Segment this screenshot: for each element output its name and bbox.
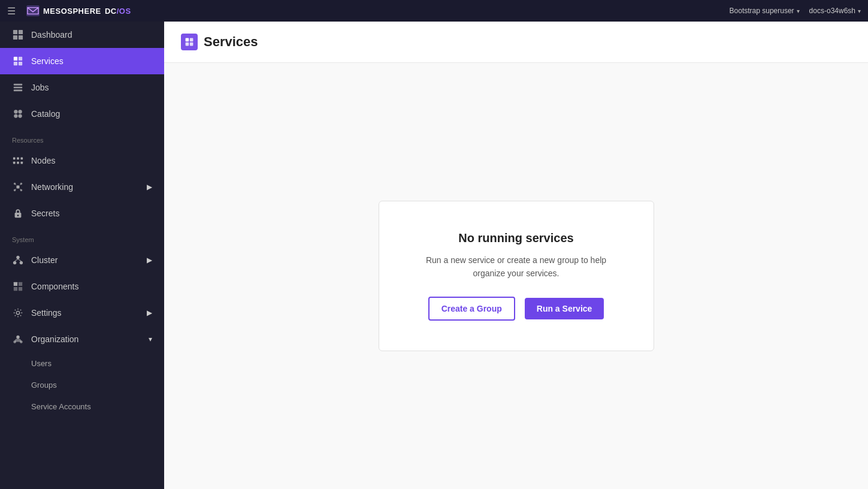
logo-icon [26,5,40,16]
cluster-arrow: ▶ [147,256,152,264]
sidebar-item-secrets[interactable]: Secrets [0,200,164,227]
main-content: Services No running services Run a new s… [164,22,868,489]
svg-point-13 [18,110,22,113]
sidebar-catalog-label: Catalog [31,109,60,119]
sidebar-item-settings[interactable]: Settings ▶ [0,300,164,326]
svg-rect-40 [14,287,17,291]
sidebar-item-cluster[interactable]: Cluster ▶ [0,247,164,273]
svg-point-32 [17,215,19,216]
networking-icon [12,181,24,193]
groups-sub-label: Groups [31,381,57,390]
topbar-left: ☰ MESOSPHERE DC/OS [7,5,131,17]
sidebar: Dashboard Services Jobs Catalog Resource… [0,22,164,489]
svg-point-15 [18,114,22,117]
empty-state-actions: Create a Group Run a Service [415,297,618,321]
svg-rect-9 [14,84,22,86]
sidebar-settings-label: Settings [31,308,62,318]
empty-state-card: No running services Run a new service or… [379,201,654,352]
sidebar-item-services[interactable]: Services [0,48,164,74]
svg-rect-48 [186,43,189,46]
user-caret: ▾ [797,8,800,14]
svg-rect-3 [13,35,17,40]
sidebar-secrets-label: Secrets [31,209,59,218]
sidebar-item-networking[interactable]: Networking ▶ [0,174,164,200]
empty-state-heading: No running services [415,231,618,245]
components-icon [12,280,24,292]
services-header-icon [181,34,198,50]
sidebar-dashboard-label: Dashboard [31,30,72,40]
brand-logo: MESOSPHERE DC/OS [26,5,131,16]
users-sub-label: Users [31,359,52,368]
sidebar-networking-label: Networking [31,182,73,192]
main-layout: Dashboard Services Jobs Catalog Resource… [0,22,868,489]
svg-point-34 [13,261,16,264]
svg-rect-10 [14,87,22,89]
svg-rect-41 [19,287,22,291]
sidebar-sub-groups[interactable]: Groups [0,374,164,396]
catalog-icon [12,108,24,120]
svg-rect-4 [19,35,23,40]
resources-section-label: Resources [0,127,164,147]
svg-point-42 [16,311,19,314]
sidebar-organization-label: Organization [31,334,78,344]
svg-rect-16 [13,158,16,160]
sidebar-item-organization[interactable]: Organization ▾ [0,326,164,352]
svg-rect-11 [14,90,22,92]
topbar-right: Bootstrap superuser ▾ docs-o34w6sh ▾ [730,7,861,15]
cluster-caret: ▾ [858,8,861,14]
svg-rect-46 [186,38,189,42]
svg-rect-19 [17,162,19,164]
cluster-icon [12,254,24,266]
empty-state-description: Run a new service or create a new group … [415,253,618,280]
service-accounts-sub-label: Service Accounts [31,402,91,411]
svg-point-22 [16,185,19,188]
sidebar-sub-service-accounts[interactable]: Service Accounts [0,396,164,417]
run-service-button[interactable]: Run a Service [525,298,604,319]
topbar: ☰ MESOSPHERE DC/OS Bootstrap superuser ▾… [0,0,868,22]
secrets-icon [12,207,24,219]
sidebar-components-label: Components [31,282,78,291]
cluster-name: docs-o34w6sh [809,7,855,15]
user-menu[interactable]: Bootstrap superuser ▾ [730,7,800,15]
svg-rect-6 [19,57,22,61]
sidebar-jobs-label: Jobs [31,83,49,92]
sidebar-item-nodes[interactable]: Nodes [0,147,164,174]
svg-point-43 [16,336,19,339]
user-name: Bootstrap superuser [730,7,794,15]
system-section-label: System [0,227,164,247]
nodes-icon [12,155,24,167]
svg-rect-21 [21,162,23,164]
svg-rect-49 [190,43,193,46]
svg-rect-2 [19,30,23,34]
sidebar-item-components[interactable]: Components [0,273,164,300]
sidebar-cluster-label: Cluster [31,255,58,265]
create-group-button[interactable]: Create a Group [428,297,515,321]
content-body: No running services Run a new service or… [164,63,868,489]
cluster-menu[interactable]: docs-o34w6sh ▾ [809,7,861,15]
svg-line-36 [15,259,18,261]
svg-point-14 [14,114,17,117]
svg-rect-20 [21,158,23,160]
svg-rect-18 [17,158,19,160]
svg-point-12 [14,110,17,113]
content-header: Services [164,22,868,63]
dashboard-icon [12,29,24,41]
settings-arrow: ▶ [147,309,152,317]
sidebar-services-label: Services [31,56,63,66]
jobs-icon [12,82,24,93]
svg-rect-39 [19,282,22,286]
svg-rect-17 [13,162,16,164]
svg-rect-5 [14,57,17,61]
sidebar-item-dashboard[interactable]: Dashboard [0,22,164,48]
svg-rect-47 [190,38,193,42]
sidebar-sub-users[interactable]: Users [0,352,164,374]
sidebar-item-jobs[interactable]: Jobs [0,74,164,101]
settings-icon [12,307,24,319]
svg-rect-8 [19,62,22,65]
hamburger-icon[interactable]: ☰ [7,5,16,17]
sidebar-item-catalog[interactable]: Catalog [0,101,164,127]
networking-arrow: ▶ [147,183,152,191]
page-title: Services [204,34,258,50]
organization-icon [12,333,24,345]
services-icon [12,55,24,67]
